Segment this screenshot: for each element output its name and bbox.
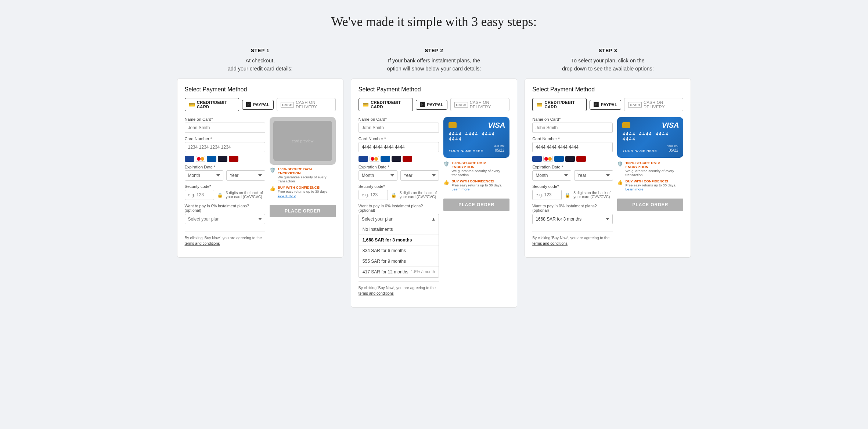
credit-card-label-3: CREDIT/DEBIT CARD xyxy=(545,100,583,109)
cash-method-3[interactable]: CASH CASH ON DELIVERY xyxy=(624,98,683,111)
confidence-sub-1: Free easy returns up to 30 days. Learn m… xyxy=(278,189,336,197)
step-3-desc: To select your plan, click on thedrop do… xyxy=(562,57,654,73)
paypal-method-2[interactable]: 🅿 PAYPAL xyxy=(416,100,447,110)
card-icons-3 xyxy=(532,156,613,162)
place-order-btn-2[interactable]: PLACE ORDER xyxy=(443,199,509,211)
terms-1: By clicking 'Buy Now', you are agreeing … xyxy=(185,236,265,246)
encryption-title-1: 100% SECURE DATA ENCRYPTION xyxy=(278,167,336,175)
year-select-2[interactable]: Year xyxy=(400,170,439,181)
dropdown-item-12months[interactable]: 417 SAR for 12 months 1.5% / month xyxy=(359,267,439,277)
name-input-3[interactable] xyxy=(532,123,613,133)
thumbsup-icon-3: 👍 xyxy=(617,179,623,185)
visa-chip-3 xyxy=(622,122,630,128)
step-1-visual-col: card preview 🛡️ 100% SECURE DATA ENCRYPT… xyxy=(270,117,336,217)
cash-label-1: CASH ON DELIVERY xyxy=(296,100,331,109)
terms-3: By clicking 'Buy Now', you are agreeing … xyxy=(532,236,613,246)
step-2-desc: If your bank offers instalment plans, th… xyxy=(387,57,481,73)
step-2: STEP 2 If your bank offers instalment pl… xyxy=(351,48,517,308)
installment-select-3[interactable]: 1668 SAR for 3 months xyxy=(532,214,613,224)
cash-label-3: CASH ON DELIVERY xyxy=(644,100,679,109)
confidence-title-3: BUY WITH CONFIDENCE! xyxy=(625,179,683,183)
dropdown-item-6months[interactable]: 834 SAR for 6 months xyxy=(359,246,439,256)
security-row-3: 🔒 3 digits on the back of your card (CVV… xyxy=(532,190,613,200)
visa-card-2: 4444 4444 4444 4444 YOUR NAME HERE valid… xyxy=(443,117,509,158)
step-1-payment-card: Select Payment Method 💳 CREDIT/DEBIT CAR… xyxy=(177,79,343,258)
credit-card-method-1[interactable]: 💳 CREDIT/DEBIT CARD xyxy=(185,98,239,111)
number-input-1[interactable] xyxy=(185,142,265,152)
paypal-method-1[interactable]: 🅿 PAYPAL xyxy=(242,100,274,110)
security-input-1[interactable] xyxy=(185,190,214,200)
year-select-1[interactable]: Year xyxy=(226,170,265,181)
month-select-3[interactable]: Month xyxy=(532,170,571,181)
step-3: STEP 3 To select your plan, click on the… xyxy=(525,48,691,258)
expiry-label-3: Expiration Date * xyxy=(532,165,613,169)
installment-dropdown-2[interactable]: Select your plan ▲ No Installments 1,668… xyxy=(359,214,439,278)
installment-select-1[interactable]: Select your plan xyxy=(185,214,265,224)
month-select-1[interactable]: Month xyxy=(185,170,224,181)
card-placeholder-1: card preview xyxy=(270,117,336,165)
visa-number-3: 4444 4444 4444 4444 xyxy=(622,132,678,142)
step-1-card-title: Select Payment Method xyxy=(185,86,336,93)
security-row-2: 🔒 3 digits on the back of your card (CVV… xyxy=(359,190,439,200)
number-input-3[interactable] xyxy=(532,142,613,152)
number-label-2: Card Number * xyxy=(359,137,439,141)
chevron-up-icon-2: ▲ xyxy=(431,217,436,222)
confidence-title-1: BUY WITH CONFIDENCE! xyxy=(278,185,336,189)
year-select-3[interactable]: Year xyxy=(574,170,613,181)
step-3-payment-methods: 💳 CREDIT/DEBIT CARD 🅿 PAYPAL CASH CASH O… xyxy=(532,98,683,111)
dropdown-header-2: Select your plan ▲ xyxy=(359,214,439,224)
visa-expiry-block-3: valid thru 05/22 xyxy=(667,144,678,153)
place-order-btn-3[interactable]: PLACE ORDER xyxy=(617,199,683,211)
confidence-badge-2: 👍 BUY WITH CONFIDENCE! Free easy returns… xyxy=(443,179,509,191)
visa-expiry-label-2: valid thru xyxy=(494,144,504,148)
cash-method-1[interactable]: CASH CASH ON DELIVERY xyxy=(277,98,336,111)
security-hint-1: 3 digits on the back of your card (CVV/C… xyxy=(226,191,265,199)
step-2-payment-methods: 💳 CREDIT/DEBIT CARD 🅿 PAYPAL CASH CASH O… xyxy=(359,98,509,111)
steps-container: STEP 1 At checkout,add your credit card … xyxy=(177,48,691,308)
cash-method-2[interactable]: CASH CASH ON DELIVERY xyxy=(450,98,509,111)
security-hint-3: 3 digits on the back of your card (CVV/C… xyxy=(573,191,613,199)
learn-more-link-2[interactable]: Learn more xyxy=(451,187,469,191)
month-select-2[interactable]: Month xyxy=(359,170,397,181)
credit-card-method-3[interactable]: 💳 CREDIT/DEBIT CARD xyxy=(532,98,587,111)
name-input-2[interactable] xyxy=(359,123,439,133)
learn-more-link-1[interactable]: Learn more xyxy=(278,193,296,197)
step-3-payment-card: Select Payment Method 💳 CREDIT/DEBIT CAR… xyxy=(525,79,691,258)
divider-2 xyxy=(359,281,439,282)
lock-icon-1: 🔒 xyxy=(217,192,223,198)
terms-link-3[interactable]: terms and conditions xyxy=(532,241,568,246)
terms-link-1[interactable]: terms and conditions xyxy=(185,241,220,246)
number-label-3: Card Number * xyxy=(532,137,613,141)
dropdown-item-9months[interactable]: 555 SAR for 9 months xyxy=(359,256,439,267)
terms-link-2[interactable]: terms and conditions xyxy=(359,291,394,295)
step-3-label: STEP 3 xyxy=(598,48,617,53)
visa-card-3: 4444 4444 4444 4444 YOUR NAME HERE valid… xyxy=(617,117,683,158)
expiry-label-2: Expiration Date * xyxy=(359,165,439,169)
security-label-3: Security code* xyxy=(532,184,613,189)
paypal-label-1: PAYPAL xyxy=(253,102,270,107)
card-icons-2 xyxy=(359,156,439,162)
name-label-3: Name on Card* xyxy=(532,117,613,121)
shield-icon-2: 🛡️ xyxy=(443,161,449,167)
paypal-method-3[interactable]: 🅿 PAYPAL xyxy=(590,100,621,110)
dropdown-item-3months[interactable]: 1,668 SAR for 3 months xyxy=(359,235,439,246)
encryption-sub-1: We guarantee security of every transacti… xyxy=(278,175,336,183)
step-2-label: STEP 2 xyxy=(425,48,443,53)
dropdown-item-no-installments[interactable]: No Installments xyxy=(359,224,439,235)
paypal-label-3: PAYPAL xyxy=(601,102,617,107)
step-1-form: Name on Card* Card Number * Expiration D… xyxy=(185,117,265,250)
security-input-3[interactable] xyxy=(532,190,562,200)
credit-card-label-2: CREDIT/DEBIT CARD xyxy=(371,100,409,109)
confidence-sub-3: Free easy returns up to 30 days. Learn m… xyxy=(625,183,683,191)
expiry-row-2: Month Year xyxy=(359,170,439,181)
security-input-2[interactable] xyxy=(359,190,388,200)
lock-icon-2: 🔒 xyxy=(391,192,397,198)
credit-card-method-2[interactable]: 💳 CREDIT/DEBIT CARD xyxy=(359,98,413,111)
dropdown-list-2: No Installments 1,668 SAR for 3 months 8… xyxy=(359,224,439,277)
name-label-2: Name on Card* xyxy=(359,117,439,121)
place-order-btn-1[interactable]: PLACE ORDER xyxy=(270,205,336,217)
name-input-1[interactable] xyxy=(185,123,265,133)
number-input-2[interactable] xyxy=(359,142,439,152)
security-hint-2: 3 digits on the back of your card (CVV/C… xyxy=(400,191,439,199)
learn-more-link-3[interactable]: Learn more xyxy=(625,187,643,191)
